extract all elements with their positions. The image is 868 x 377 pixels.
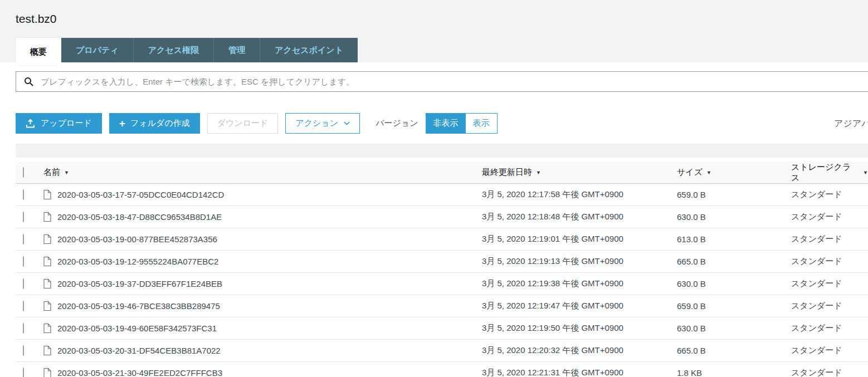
select-all-checkbox[interactable] bbox=[23, 167, 24, 178]
table-row: 2020-03-05-03-18-47-D88CC96534B8D1AE 3月 … bbox=[16, 206, 868, 228]
file-icon bbox=[43, 212, 51, 222]
page-header: test.bz0 概要 プロパティ アクセス権限 管理 アクセスポイント bbox=[0, 0, 868, 62]
table-toolbar-strip bbox=[16, 144, 868, 158]
create-folder-button[interactable]: + フォルダの作成 bbox=[109, 113, 200, 134]
file-icon bbox=[43, 257, 51, 266]
column-header-name[interactable]: 名前 ▼ bbox=[43, 167, 482, 178]
versions-hide-toggle[interactable]: 非表示 bbox=[426, 114, 466, 133]
column-header-modified[interactable]: 最終更新日時 ▼ bbox=[482, 167, 677, 178]
tab-properties[interactable]: プロパティ bbox=[61, 38, 134, 62]
table-row: 2020-03-05-03-19-49-60E58F342573FC31 3月 … bbox=[16, 317, 868, 340]
tab-management[interactable]: 管理 bbox=[214, 38, 260, 62]
object-storage-class: スタンダード bbox=[791, 301, 868, 311]
object-name-link[interactable]: 2020-03-05-03-18-47-D88CC96534B8D1AE bbox=[57, 212, 222, 222]
object-size: 659.0 B bbox=[677, 301, 791, 311]
object-modified: 3月 5, 2020 12:19:47 午後 GMT+0900 bbox=[482, 301, 677, 311]
column-header-name-label: 名前 bbox=[43, 167, 60, 178]
object-modified: 3月 5, 2020 12:19:50 午後 GMT+0900 bbox=[482, 323, 677, 334]
table-row: 2020-03-05-03-19-12-9555224BA077EBC2 3月 … bbox=[16, 251, 868, 273]
file-icon bbox=[43, 301, 51, 311]
object-size: 1.8 KB bbox=[677, 368, 791, 377]
object-name-link[interactable]: 2020-03-05-03-21-30-49FE2ED2C7FFFCB3 bbox=[57, 368, 222, 377]
search-input[interactable] bbox=[41, 77, 865, 86]
tab-management-label: 管理 bbox=[228, 45, 245, 56]
column-header-storage-class-label: ストレージクラス bbox=[791, 162, 859, 183]
object-name-link[interactable]: 2020-03-05-03-19-46-7BCE38C3BB289475 bbox=[57, 301, 220, 311]
table-row: 2020-03-05-03-19-37-DD3EFF67F1E24BEB 3月 … bbox=[16, 273, 868, 295]
row-checkbox[interactable] bbox=[23, 368, 24, 377]
sort-arrow-icon: ▼ bbox=[863, 170, 868, 175]
object-name-link[interactable]: 2020-03-05-03-19-49-60E58F342573FC31 bbox=[57, 324, 217, 333]
versions-hide-label: 非表示 bbox=[433, 118, 459, 129]
object-name-link[interactable]: 2020-03-05-03-19-37-DD3EFF67F1E24BEB bbox=[57, 279, 222, 288]
plus-icon: + bbox=[119, 118, 125, 129]
sort-arrow-icon: ▼ bbox=[706, 170, 711, 175]
row-checkbox[interactable] bbox=[23, 212, 24, 222]
row-checkbox[interactable] bbox=[23, 189, 24, 200]
object-name-link[interactable]: 2020-03-05-03-17-57-05DCC0E04CD142CD bbox=[57, 190, 224, 199]
upload-button[interactable]: アップロード bbox=[16, 113, 102, 134]
tab-access-points-label: アクセスポイント bbox=[275, 45, 343, 56]
file-icon bbox=[43, 324, 51, 333]
table-header-row: 名前 ▼ 最終更新日時 ▼ サイズ ▼ ストレージクラス ▼ bbox=[16, 161, 868, 184]
object-storage-class: スタンダード bbox=[791, 368, 868, 377]
row-checkbox[interactable] bbox=[23, 345, 24, 356]
object-name-link[interactable]: 2020-03-05-03-19-12-9555224BA077EBC2 bbox=[57, 257, 218, 266]
column-header-size[interactable]: サイズ ▼ bbox=[677, 167, 791, 178]
object-storage-class: スタンダード bbox=[791, 278, 868, 289]
tab-permissions-label: アクセス権限 bbox=[148, 45, 199, 56]
versions-label: バージョン bbox=[376, 118, 418, 129]
file-icon bbox=[43, 190, 51, 199]
versions-show-toggle[interactable]: 表示 bbox=[466, 114, 497, 133]
region-label: アジアパ bbox=[834, 118, 867, 130]
object-size: 630.0 B bbox=[677, 324, 791, 333]
object-storage-class: スタンダード bbox=[791, 234, 868, 244]
tab-access-points[interactable]: アクセスポイント bbox=[260, 38, 358, 62]
column-header-modified-label: 最終更新日時 bbox=[482, 167, 532, 178]
object-size: 659.0 B bbox=[677, 190, 791, 199]
table-row: 2020-03-05-03-17-57-05DCC0E04CD142CD 3月 … bbox=[16, 184, 868, 206]
upload-icon bbox=[26, 119, 35, 128]
chevron-down-icon bbox=[344, 121, 350, 125]
actions-button-label: アクション bbox=[295, 118, 338, 129]
row-checkbox[interactable] bbox=[23, 323, 24, 334]
tab-overview-label: 概要 bbox=[30, 47, 47, 57]
file-icon bbox=[43, 346, 51, 355]
object-name-link[interactable]: 2020-03-05-03-19-00-877BEE452873A356 bbox=[57, 234, 217, 244]
row-checkbox[interactable] bbox=[23, 301, 24, 311]
object-modified: 3月 5, 2020 12:17:58 午後 GMT+0900 bbox=[482, 189, 677, 200]
object-name-link[interactable]: 2020-03-05-03-20-31-DF54CEB3B81A7022 bbox=[57, 346, 221, 355]
object-size: 630.0 B bbox=[677, 212, 791, 222]
object-size: 665.0 B bbox=[677, 346, 791, 355]
object-size: 630.0 B bbox=[677, 279, 791, 288]
row-checkbox[interactable] bbox=[23, 234, 24, 244]
download-button-label: ダウンロード bbox=[217, 118, 269, 129]
row-checkbox[interactable] bbox=[23, 278, 24, 289]
tab-properties-label: プロパティ bbox=[76, 45, 119, 56]
object-storage-class: スタンダード bbox=[791, 345, 868, 356]
actions-button[interactable]: アクション bbox=[285, 113, 360, 134]
object-toolbar: アップロード + フォルダの作成 ダウンロード アクション バージョン 非表示 … bbox=[16, 113, 498, 134]
file-icon bbox=[43, 279, 51, 288]
object-size: 613.0 B bbox=[677, 234, 791, 244]
tab-overview[interactable]: 概要 bbox=[16, 38, 61, 66]
table-row: 2020-03-05-03-19-46-7BCE38C3BB289475 3月 … bbox=[16, 295, 868, 317]
sort-arrow-icon: ▼ bbox=[64, 170, 69, 175]
download-button: ダウンロード bbox=[207, 113, 279, 134]
object-size: 665.0 B bbox=[677, 257, 791, 266]
prefix-search-bar bbox=[16, 71, 868, 92]
version-toggle: 非表示 表示 bbox=[426, 113, 498, 134]
object-modified: 3月 5, 2020 12:21:31 午後 GMT+0900 bbox=[482, 368, 677, 377]
file-icon bbox=[43, 234, 51, 244]
table-row: 2020-03-05-03-19-00-877BEE452873A356 3月 … bbox=[16, 228, 868, 251]
object-storage-class: スタンダード bbox=[791, 323, 868, 334]
table-row: 2020-03-05-03-20-31-DF54CEB3B81A7022 3月 … bbox=[16, 340, 868, 362]
file-icon bbox=[43, 368, 51, 377]
object-storage-class: スタンダード bbox=[791, 256, 868, 267]
object-modified: 3月 5, 2020 12:20:32 午後 GMT+0900 bbox=[482, 345, 677, 356]
column-header-storage-class[interactable]: ストレージクラス ▼ bbox=[791, 162, 868, 183]
tab-permissions[interactable]: アクセス権限 bbox=[134, 38, 214, 62]
upload-button-label: アップロード bbox=[41, 118, 92, 129]
object-storage-class: スタンダード bbox=[791, 212, 868, 222]
row-checkbox[interactable] bbox=[23, 256, 24, 267]
